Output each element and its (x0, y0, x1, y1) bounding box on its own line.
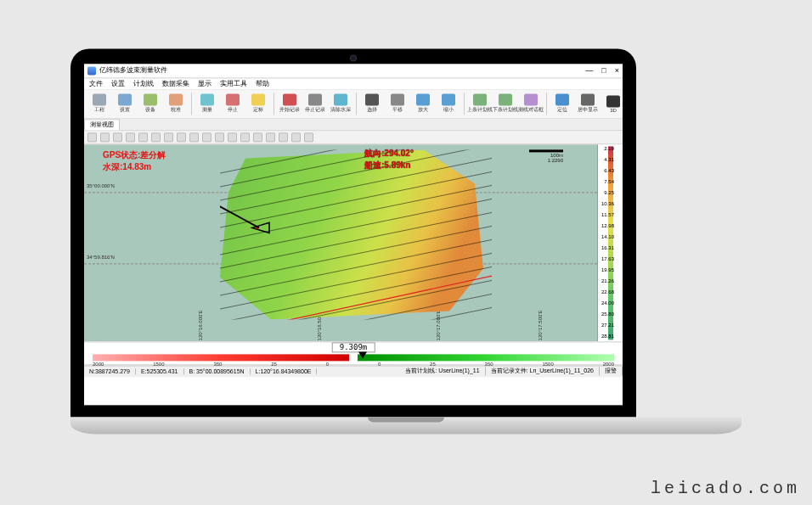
toolbar-3D[interactable]: 3D (601, 91, 623, 116)
colorbar-tick: 6.43 (599, 168, 614, 173)
map-tool-14[interactable] (266, 132, 275, 142)
toolbar-定位[interactable]: 定位 (550, 91, 574, 116)
slider-tick: 0 (378, 362, 381, 367)
menu-计划线[interactable]: 计划线 (133, 79, 154, 88)
speed-readout: 船速:5.89kn (364, 160, 410, 171)
main-toolbar: 工程设置设备校准测量停止定标开始记录停止记录清除水深选择平移放大缩小上条计划线下… (84, 90, 623, 119)
map-tool-2[interactable] (113, 132, 122, 142)
menu-设置[interactable]: 设置 (111, 79, 125, 88)
slider-pointer-icon[interactable] (358, 351, 367, 358)
toolbar-清除水深[interactable]: 清除水深 (329, 91, 352, 116)
slider-tick: 1500 (153, 362, 164, 367)
toolbar-icon (251, 93, 265, 105)
map-tool-3[interactable] (126, 132, 135, 142)
map-area: 35°00.000'N 34°59.816'N 120°16.000'E 120… (84, 144, 623, 341)
map-tool-0[interactable] (87, 132, 97, 142)
status-easting: E:525305.431 (136, 368, 184, 374)
colorbar-tick: 2.19 (599, 146, 614, 151)
map-tool-7[interactable] (177, 132, 186, 142)
map-tool-15[interactable] (279, 132, 288, 142)
colorbar-tick: 25.80 (599, 312, 614, 317)
map-tool-5[interactable] (151, 132, 161, 142)
toolbar-定标[interactable]: 定标 (246, 91, 270, 116)
menu-文件[interactable]: 文件 (89, 79, 103, 88)
toolbar-测线对话框[interactable]: 测线对话框 (519, 91, 543, 116)
map-tool-1[interactable] (100, 132, 110, 142)
map-tool-13[interactable] (253, 132, 262, 142)
map-canvas[interactable]: 35°00.000'N 34°59.816'N 120°16.000'E 120… (84, 144, 597, 341)
depth-readout: 水深:14.83m (103, 161, 151, 173)
toolbar-平移[interactable]: 平移 (386, 91, 409, 116)
menu-显示[interactable]: 显示 (198, 79, 211, 88)
colorbar-tick: 11.57 (599, 212, 614, 217)
colorbar-tick: 21.26 (599, 278, 614, 283)
minimize-button[interactable]: — (585, 66, 593, 75)
toolbar-开始记录[interactable]: 开始记录 (278, 91, 302, 116)
menu-实用工具[interactable]: 实用工具 (220, 79, 247, 88)
tab-survey-view[interactable]: 测量视图 (84, 119, 120, 130)
bathymetry-surface (220, 149, 492, 319)
map-tool-6[interactable] (164, 132, 173, 142)
heading-readout: 航向:294.02° (364, 148, 414, 160)
toolbar-icon (283, 93, 296, 105)
toolbar-icon (606, 95, 620, 107)
lon-label: 120°17.500'E (538, 310, 543, 340)
maximize-button[interactable]: □ (601, 66, 606, 75)
toolbar-工程[interactable]: 工程 (87, 91, 111, 116)
lat-label: 35°00.000'N (86, 183, 116, 188)
menu-帮助[interactable]: 帮助 (256, 79, 269, 88)
map-tool-10[interactable] (215, 132, 224, 142)
toolbar-icon (581, 93, 595, 105)
statusbar: N:3887245.279 E:525305.431 B: 35°00.0089… (84, 365, 623, 377)
slider-tick: 25 (430, 362, 436, 367)
status-planline: 当前计划线: UserLine(1)_11 (400, 367, 485, 375)
toolbar-缩小[interactable]: 缩小 (437, 91, 460, 116)
toolbar-测量[interactable]: 测量 (195, 91, 219, 116)
map-toolbar (84, 131, 623, 144)
toolbar-icon (93, 93, 106, 105)
toolbar-设置[interactable]: 设置 (113, 91, 137, 116)
deviation-slider[interactable]: 9.309m 2000150035025002535015002000 (84, 341, 623, 365)
menubar[interactable]: 文件设置计划线数据采集显示实用工具帮助 (84, 78, 623, 90)
toolbar-上条计划线[interactable]: 上条计划线 (468, 91, 492, 116)
toolbar-icon (118, 93, 132, 105)
map-tool-16[interactable] (291, 132, 301, 142)
toolbar-居中显示[interactable]: 居中显示 (576, 91, 600, 116)
panel-tabs: 测量视图 (84, 119, 623, 131)
map-tool-8[interactable] (189, 132, 199, 142)
colorbar-tick: 4.31 (599, 157, 614, 162)
toolbar-设备[interactable]: 设备 (138, 91, 162, 116)
toolbar-icon (308, 93, 322, 105)
lat-label: 34°59.816'N (86, 255, 116, 260)
close-button[interactable]: × (615, 66, 619, 75)
toolbar-停止记录[interactable]: 停止记录 (303, 91, 327, 116)
map-tool-12[interactable] (240, 132, 250, 142)
colorbar-tick: 10.36 (599, 201, 614, 206)
colorbar-tick: 28.81 (599, 334, 614, 339)
menu-数据采集[interactable]: 数据采集 (162, 79, 189, 88)
slider-tick: 2000 (93, 362, 104, 367)
map-tool-4[interactable] (138, 132, 148, 142)
map-tool-9[interactable] (202, 132, 211, 142)
slider-tick: 2000 (603, 362, 614, 367)
toolbar-icon (416, 93, 430, 105)
colorbar-tick: 7.54 (599, 179, 614, 184)
colorbar-tick: 16.31 (599, 245, 614, 250)
slider-tick: 0 (326, 362, 329, 367)
map-tool-11[interactable] (228, 132, 237, 142)
toolbar-放大[interactable]: 放大 (411, 91, 435, 116)
toolbar-icon (144, 93, 157, 105)
toolbar-icon (524, 93, 538, 105)
map-tool-17[interactable] (304, 132, 313, 142)
status-lat: B: 35°00.00895615N (184, 368, 251, 374)
toolbar-选择[interactable]: 选择 (360, 91, 384, 116)
toolbar-停止[interactable]: 停止 (221, 91, 245, 116)
status-lon: L:120°16.84349800E (251, 368, 318, 374)
titlebar: 亿纬德多波束测量软件 — □ × (84, 64, 623, 78)
toolbar-下条计划线[interactable]: 下条计划线 (493, 91, 517, 116)
toolbar-校准[interactable]: 校准 (164, 91, 188, 116)
laptop-base (70, 417, 742, 434)
slider-tick: 1500 (542, 362, 553, 367)
colorbar-tick: 19.95 (599, 267, 614, 272)
slider-tick: 350 (485, 362, 493, 367)
